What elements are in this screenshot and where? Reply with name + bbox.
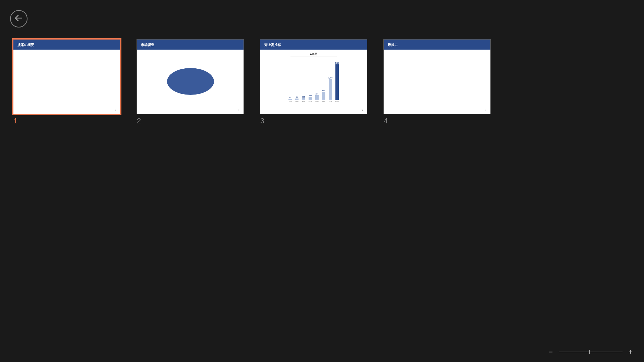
bar-value-label: 280	[316, 93, 318, 95]
bar-value-label: 2,121	[335, 62, 339, 64]
bar-value-label: 180	[309, 95, 312, 97]
zoom-in-button[interactable]: +	[627, 349, 634, 355]
bar: 180	[308, 95, 313, 100]
bar: 1,240	[328, 77, 333, 100]
slide-thumbnail-2[interactable]: 市場調査2	[137, 40, 244, 114]
bar-rect	[315, 95, 319, 100]
x-label: 5年目	[315, 101, 319, 102]
bar: 85	[294, 96, 299, 100]
slide-number-label: 4	[384, 117, 490, 125]
chart-x-labels: 1年目2年目3年目4年目5年目6年目7年目8年目	[284, 101, 343, 102]
bar-value-label: 1,240	[328, 77, 333, 79]
bar-rect	[329, 79, 332, 100]
x-label: 4年目	[308, 101, 313, 102]
bar-value-label: 85	[296, 96, 298, 98]
bar-rect	[309, 97, 312, 100]
slides-grid: 提案の概要11市場調査22売上高推移A商品60851101802804801,2…	[13, 40, 490, 125]
bar: 60	[288, 97, 292, 100]
slide-inner-page-number: 1	[115, 109, 116, 112]
chart-title: A商品	[290, 52, 337, 57]
bar-value-label: 110	[302, 96, 305, 98]
bar-rect	[288, 99, 292, 100]
x-label: 8年目	[335, 101, 339, 102]
zoom-slider[interactable]	[559, 352, 623, 352]
slide-inner-page-number: 4	[485, 109, 486, 112]
bar: 280	[315, 93, 319, 100]
slide-thumbnail-1[interactable]: 提案の概要1	[13, 40, 120, 114]
slide-wrapper-4: 最後に44	[384, 40, 490, 125]
chart-bars: 60851101802804801,2402,121	[284, 58, 343, 100]
slide-inner-page-number: 2	[238, 109, 239, 112]
slide-number-label: 2	[137, 117, 244, 125]
ellipse-shape	[167, 68, 214, 95]
chart-area: A商品60851101802804801,2402,1211年目2年目3年目4年…	[284, 52, 343, 107]
back-arrow-icon	[14, 13, 24, 24]
slide-wrapper-3: 売上高推移A商品60851101802804801,2402,1211年目2年目…	[260, 40, 367, 125]
zoom-slider-thumb[interactable]	[589, 350, 590, 354]
slide-wrapper-1: 提案の概要11	[13, 40, 120, 125]
back-button[interactable]	[10, 10, 28, 27]
bar-value-label: 60	[289, 97, 291, 99]
bar: 110	[301, 96, 306, 100]
bar: 2,121	[335, 62, 339, 100]
slide-thumbnail-3[interactable]: 売上高推移A商品60851101802804801,2402,1211年目2年目…	[260, 40, 367, 114]
slide-number-label: 3	[260, 117, 367, 125]
bar-rect	[302, 98, 305, 100]
bar: 480	[321, 89, 326, 100]
slide-title: 提案の概要	[13, 40, 120, 50]
zoom-controls: − +	[547, 349, 634, 355]
zoom-out-button[interactable]: −	[547, 349, 554, 355]
slide-thumbnail-4[interactable]: 最後に4	[384, 40, 490, 114]
bar-value-label: 480	[322, 89, 325, 92]
x-label: 3年目	[301, 101, 306, 102]
x-label: 1年目	[288, 101, 292, 102]
slide-wrapper-2: 市場調査22	[137, 40, 244, 125]
bar-rect	[295, 99, 299, 100]
slide-title: 最後に	[384, 40, 490, 50]
bar-rect	[335, 64, 339, 100]
bar-rect	[322, 92, 325, 100]
x-label: 6年目	[321, 101, 326, 102]
slide-title: 売上高推移	[260, 40, 367, 50]
slide-inner-page-number: 3	[362, 109, 363, 112]
x-label: 2年目	[294, 101, 299, 102]
slide-title: 市場調査	[137, 40, 244, 50]
x-label: 7年目	[328, 101, 333, 102]
slide-number-label: 1	[13, 117, 120, 125]
